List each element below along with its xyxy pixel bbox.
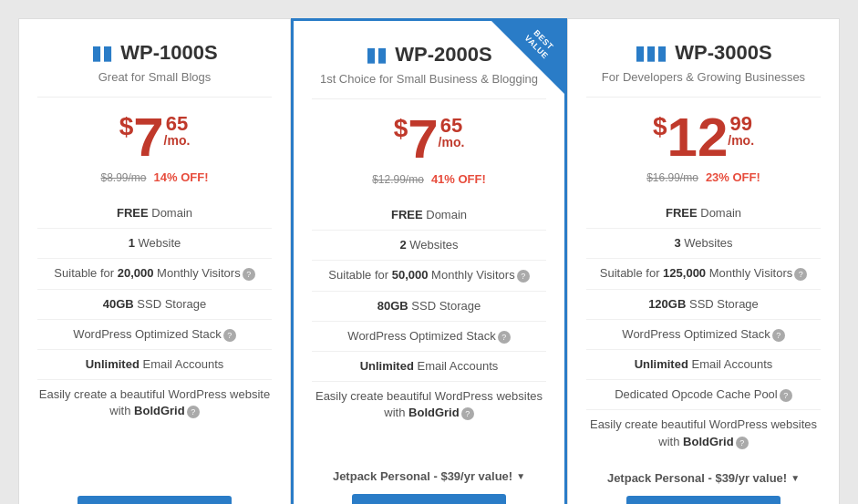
feature-item: Suitable for 125,000 Monthly Visitors? <box>586 259 821 289</box>
plan-icon: ▮▮ <box>91 41 113 65</box>
price-cents-mo: 65 /mo. <box>164 114 191 147</box>
plan-header: ▮▮ WP-1000S <box>91 41 217 65</box>
price-cents-mo: 65 /mo. <box>439 116 465 149</box>
plan-card-wp3000s: ▮▮▮ WP-3000S For Developers & Growing Bu… <box>567 18 840 504</box>
price-cents: 65 <box>164 114 191 134</box>
info-icon[interactable]: ? <box>794 268 807 281</box>
features-list: FREE Domain2 WebsitesSuitable for 50,000… <box>312 201 546 455</box>
feature-item: Easily create beautiful WordPress websit… <box>586 410 821 456</box>
price-cents: 65 <box>439 116 465 136</box>
plan-name: WP-1000S <box>120 41 217 65</box>
jetpack-row[interactable]: Jetpack Personal - $39/yr value! ▼ <box>607 471 800 485</box>
plan-icon: ▮▮ <box>366 43 388 67</box>
feature-item: Unlimited Email Accounts <box>312 352 546 382</box>
price-secondary: $12.99/mo 41% OFF! <box>372 172 486 186</box>
best-value-text: BEST VALUE <box>517 21 563 67</box>
feature-item: Unlimited Email Accounts <box>37 350 272 380</box>
feature-item: FREE Domain <box>37 199 272 229</box>
feature-item: Suitable for 50,000 Monthly Visitors? <box>312 261 546 291</box>
plan-card-wp1000s: ▮▮ WP-1000S Great for Small Blogs $ 7 65… <box>18 18 291 504</box>
price-dollar: $ <box>394 116 408 141</box>
info-icon[interactable]: ? <box>736 437 749 449</box>
info-icon[interactable]: ? <box>772 329 785 342</box>
jetpack-arrow-icon: ▼ <box>791 473 800 483</box>
price-block: $ 7 65 /mo. <box>394 112 465 167</box>
feature-item: 1 Website <box>37 229 272 259</box>
feature-item: WordPress Optimized Stack? <box>312 322 546 352</box>
price-block: $ 7 65 /mo. <box>119 110 191 165</box>
info-icon[interactable]: ? <box>461 407 474 420</box>
plan-name: WP-2000S <box>395 43 491 67</box>
info-icon[interactable]: ? <box>223 329 236 342</box>
price-original: $12.99/mo <box>372 173 424 186</box>
info-icon[interactable]: ? <box>780 389 792 402</box>
feature-item: Suitable for 20,000 Monthly Visitors? <box>37 259 272 289</box>
price-main: $ 12 99 /mo. <box>653 110 754 165</box>
plan-header: ▮▮ WP-2000S <box>366 43 491 67</box>
price-secondary: $8.99/mo 14% OFF! <box>100 170 208 184</box>
plan-name: WP-3000S <box>675 41 771 65</box>
price-amount: 7 <box>133 110 163 165</box>
price-cents-mo: 99 /mo. <box>728 114 754 147</box>
info-icon[interactable]: ? <box>243 268 255 281</box>
plan-icon: ▮▮▮ <box>635 41 667 65</box>
best-value-badge: BEST VALUE <box>491 21 564 94</box>
jetpack-row[interactable]: Jetpack Personal - $39/yr value! ▼ <box>333 469 525 483</box>
price-mo: /mo. <box>164 134 191 147</box>
price-dollar: $ <box>653 114 667 139</box>
price-amount: 12 <box>667 110 729 165</box>
plan-subtitle: For Developers & Growing Businesses <box>586 70 821 98</box>
feature-item: Easily create a beautiful WordPress webs… <box>37 380 272 426</box>
order-now-button[interactable]: ORDER NOW ▼ <box>78 496 233 504</box>
feature-item: FREE Domain <box>586 199 821 229</box>
feature-item: 2 Websites <box>312 231 546 261</box>
price-main: $ 7 65 /mo. <box>119 110 191 165</box>
feature-item: WordPress Optimized Stack? <box>586 320 821 350</box>
pricing-container: ▮▮ WP-1000S Great for Small Blogs $ 7 65… <box>18 18 840 504</box>
price-original: $8.99/mo <box>100 171 146 184</box>
price-discount: 14% OFF! <box>154 170 209 184</box>
feature-item: Easily create beautiful WordPress websit… <box>312 382 546 427</box>
info-icon[interactable]: ? <box>187 406 200 418</box>
price-cents: 99 <box>728 114 754 134</box>
feature-item: 3 Websites <box>586 229 821 259</box>
price-discount: 23% OFF! <box>706 170 760 184</box>
plan-subtitle: Great for Small Blogs <box>37 70 272 98</box>
order-now-button[interactable]: ORDER NOW ▼ <box>626 496 781 504</box>
price-dollar: $ <box>119 114 134 139</box>
features-list: FREE Domain3 WebsitesSuitable for 125,00… <box>586 199 821 457</box>
info-icon[interactable]: ? <box>517 270 530 283</box>
price-discount: 41% OFF! <box>431 172 486 186</box>
price-secondary: $16.99/mo 23% OFF! <box>646 170 760 184</box>
price-block: $ 12 99 /mo. <box>653 110 754 165</box>
price-main: $ 7 65 /mo. <box>394 112 465 167</box>
price-mo: /mo. <box>439 136 465 149</box>
price-mo: /mo. <box>728 134 754 147</box>
features-list: FREE Domain1 WebsiteSuitable for 20,000 … <box>37 199 272 481</box>
feature-item: WordPress Optimized Stack? <box>37 320 272 350</box>
info-icon[interactable]: ? <box>498 331 511 344</box>
feature-item: FREE Domain <box>312 201 546 231</box>
price-amount: 7 <box>408 112 438 167</box>
feature-item: 120GB SSD Storage <box>586 290 821 320</box>
feature-item: 80GB SSD Storage <box>312 292 546 322</box>
jetpack-arrow-icon: ▼ <box>516 471 525 481</box>
plan-header: ▮▮▮ WP-3000S <box>635 41 771 65</box>
feature-item: 40GB SSD Storage <box>37 290 272 320</box>
plan-card-wp2000s: BEST VALUE ▮▮ WP-2000S 1st Choice for Sm… <box>291 18 567 504</box>
feature-item: Dedicated Opcode Cache Pool? <box>586 380 821 410</box>
price-original: $16.99/mo <box>646 171 698 184</box>
feature-item: Unlimited Email Accounts <box>586 350 821 380</box>
order-now-button[interactable]: ORDER NOW ▼ <box>352 494 507 504</box>
